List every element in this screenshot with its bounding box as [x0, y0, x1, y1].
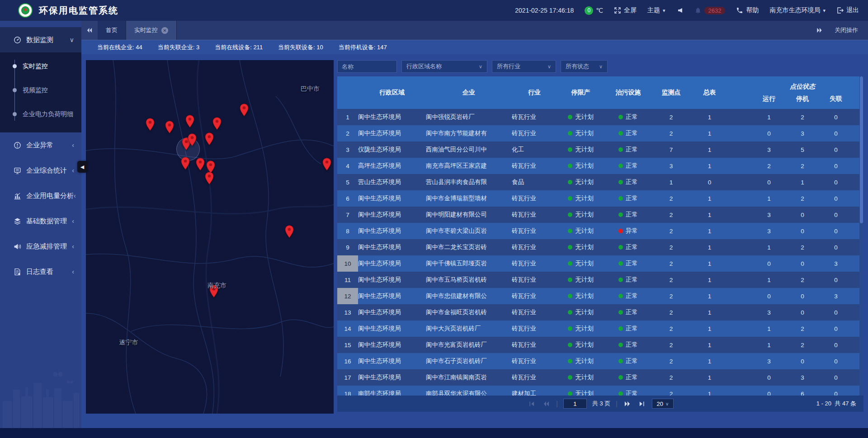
cell-company: 阆中市石子页岩机砖厂: [426, 357, 512, 365]
prev-page-button[interactable]: [542, 400, 551, 407]
status-filter-select[interactable]: 所有状态 ∨: [561, 60, 608, 73]
sidebar-group-emergency-reduction[interactable]: 应急减排管理‹: [0, 234, 81, 259]
map-container[interactable]: 巴中市南充市遂宁市: [86, 60, 334, 414]
table-row[interactable]: 18南部生态环境局南部县双华水泥有限公建材加工无计划正常21060: [337, 386, 863, 396]
cell-industry: 砖瓦行业: [512, 373, 557, 381]
table-scrollbar[interactable]: [859, 76, 863, 396]
map-pin[interactable]: [240, 104, 249, 117]
cell-stop: 1: [786, 179, 819, 186]
cell-company: 阆中市南方节能建材有: [426, 129, 512, 137]
table-row[interactable]: 9阆中生态环境局阆中市二龙长宝页岩砖砖瓦行业无计划正常21120: [337, 239, 863, 255]
tab-close-icon[interactable]: ✕: [161, 27, 168, 34]
temperature-badge: 0: [585, 6, 593, 15]
cell-company: 营山县润丰肉食品有限: [426, 178, 512, 186]
table-row[interactable]: 3仪陇生态环境局西南油气田分公司川中化工无计划正常71350: [337, 141, 863, 158]
map-pin[interactable]: [196, 158, 205, 171]
table-row[interactable]: 8阆中生态环境局阆中市枣碧大梁山页岩砖瓦行业无计划异常21300: [337, 223, 863, 239]
sidebar-item-data-monitor-1[interactable]: 视频监控: [0, 78, 81, 102]
cell-facility: 异常: [604, 227, 652, 235]
map-pin[interactable]: [185, 115, 195, 128]
status-dot: [618, 196, 623, 201]
page-size-select[interactable]: 20 ∨: [652, 399, 674, 409]
sidebar-group-data-monitor[interactable]: 数据监测∨: [0, 27, 81, 52]
table-row[interactable]: 16阆中生态环境局阆中市石子页岩机砖厂砖瓦行业无计划正常21300: [337, 353, 863, 369]
next-page-button[interactable]: [623, 400, 632, 407]
cell-stop: 0: [786, 212, 819, 218]
cell-stop: 3: [786, 374, 819, 381]
map-pin[interactable]: [204, 172, 214, 185]
cell-stop: 0: [786, 358, 819, 365]
theme-dropdown[interactable]: 主题 ▾: [647, 6, 665, 14]
logout-button[interactable]: 退出: [836, 6, 859, 14]
map-pin[interactable]: [165, 121, 175, 134]
last-page-button[interactable]: [637, 400, 646, 407]
cell-region: 阆中生态环境局: [358, 341, 426, 349]
cell-facility: 正常: [604, 390, 652, 396]
tab-home[interactable]: 首页: [98, 21, 126, 40]
map-pin[interactable]: [188, 133, 197, 146]
table-row[interactable]: 5营山生态环境局营山县润丰肉食品有限食品无计划正常10010: [337, 174, 863, 190]
table-row[interactable]: 12阆中生态环境局阆中市忠信建材有限公砖瓦行业无计划正常21003: [337, 288, 863, 304]
status-dot: [618, 278, 623, 282]
table-row[interactable]: 6阆中生态环境局阆中市金博瑞新型墙材砖瓦行业无计划正常21120: [337, 190, 863, 207]
sidebar-item-data-monitor-2[interactable]: 企业电力负荷明细: [0, 102, 81, 126]
table-row[interactable]: 15阆中生态环境局阆中市光富页岩机砖厂砖瓦行业无计划正常21120: [337, 337, 863, 353]
notifications[interactable]: 2632: [694, 7, 726, 14]
table-row[interactable]: 17阆中生态环境局阆中市江南镇阆南页岩砖瓦行业无计划正常21030: [337, 369, 863, 386]
status-dot: [618, 359, 623, 363]
tab-scroll-left-button[interactable]: [81, 21, 98, 40]
table-row[interactable]: 4高坪生态环境局南充市高坪区王家店建砖瓦行业无计划正常31220: [337, 158, 863, 174]
industry-filter-select[interactable]: 所有行业 ∨: [492, 60, 556, 73]
row-number: 4: [337, 158, 358, 174]
table-row[interactable]: 10阆中生态环境局阆中千佛镇五郎垭页岩砖瓦行业无计划正常21003: [337, 255, 863, 272]
name-filter-input[interactable]: [337, 60, 397, 73]
map-pin[interactable]: [204, 132, 214, 146]
map-pin[interactable]: [145, 118, 155, 131]
map-pin[interactable]: [180, 157, 190, 170]
user-org-dropdown[interactable]: 南充市生态环境局 ▾: [769, 6, 826, 14]
volume-button[interactable]: [676, 7, 684, 14]
sidebar-item-data-monitor-0[interactable]: 实时监控: [0, 54, 81, 78]
cell-region: 阆中生态环境局: [358, 194, 426, 203]
cell-region: 高坪生态环境局: [358, 162, 426, 170]
fullscreen-button[interactable]: 全屏: [614, 6, 637, 14]
cell-run: 3: [752, 146, 786, 153]
table-row[interactable]: 14阆中生态环境局阆中大兴页岩机砖厂砖瓦行业无计划正常21120: [337, 320, 863, 337]
bullet-icon: [13, 112, 17, 116]
sidebar-collapse-button[interactable]: ◀: [77, 161, 87, 173]
total-pages-label: 共 3 页: [592, 400, 610, 408]
table-row[interactable]: 11阆中生态环境局阆中市五马桥页岩机砖砖瓦行业无计划正常21120: [337, 272, 863, 288]
help-button[interactable]: 帮助: [736, 6, 759, 14]
status-dot: [568, 115, 572, 119]
cell-run: 2: [752, 163, 786, 170]
map-pin[interactable]: [284, 225, 294, 238]
cell-facility: 正常: [604, 162, 652, 170]
cell-industry: 砖瓦行业: [512, 357, 557, 365]
tab-realtime-monitor[interactable]: 实时监控 ✕: [126, 21, 177, 40]
sidebar-group-log-view[interactable]: 日志查看‹: [0, 259, 81, 284]
first-page-button[interactable]: [527, 400, 536, 407]
status-dot: [618, 164, 623, 168]
table-row[interactable]: 7阆中生态环境局阆中明阳建材有限公司砖瓦行业无计划正常21300: [337, 207, 863, 223]
cell-lost: 0: [819, 325, 853, 332]
col-stop: 停机: [786, 95, 819, 103]
row-number: 18: [337, 386, 358, 396]
cell-lost: 3: [819, 260, 853, 267]
close-operations-button[interactable]: 关闭操作: [835, 26, 858, 34]
page-input[interactable]: [563, 399, 587, 409]
region-filter-select[interactable]: 行政区域名称 ∨: [401, 60, 487, 73]
table-row[interactable]: 2阆中生态环境局阆中市南方节能建材有砖瓦行业无计划正常21030: [337, 125, 863, 141]
status-dot: [568, 375, 572, 380]
sidebar-group-enterprise-abnormal[interactable]: 企业异常‹: [0, 132, 81, 158]
map-pin[interactable]: [212, 117, 222, 130]
map-pin[interactable]: [322, 158, 332, 171]
table-body: 1阆中生态环境局阆中强锐页岩砖厂砖瓦行业无计划正常211202阆中生态环境局阆中…: [337, 109, 863, 396]
table-row[interactable]: 13阆中生态环境局阆中市金福旺页岩机砖砖瓦行业无计划正常21300: [337, 304, 863, 320]
table-row[interactable]: 1阆中生态环境局阆中强锐页岩砖厂砖瓦行业无计划正常21120: [337, 109, 863, 125]
double-chevron-right-icon[interactable]: [816, 28, 823, 33]
cell-region: 阆中生态环境局: [358, 129, 426, 137]
sidebar-group-base-data[interactable]: 基础数据管理‹: [0, 208, 81, 234]
cell-limit: 无计划: [557, 227, 604, 235]
sidebar-group-enterprise-statistics[interactable]: 企业综合统计‹: [0, 158, 81, 183]
sidebar-group-power-analysis[interactable]: 企业用电量分析‹: [0, 183, 81, 208]
